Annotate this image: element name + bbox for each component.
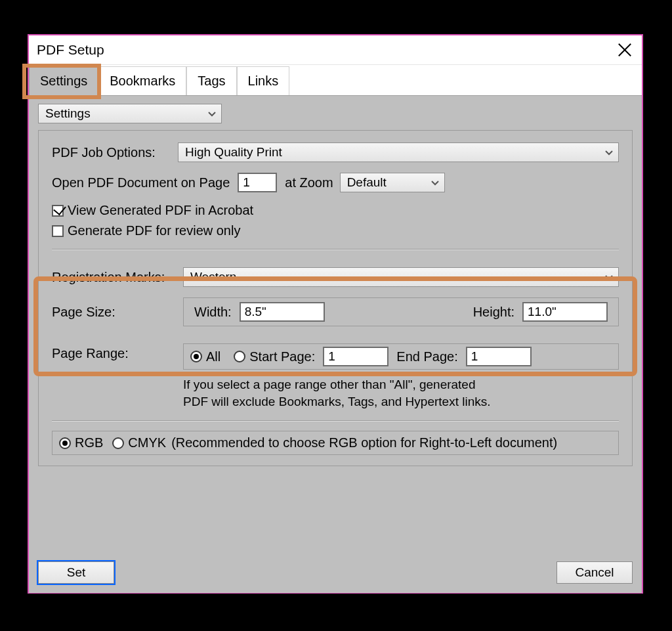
height-input[interactable] <box>522 302 608 322</box>
end-page-input[interactable] <box>466 347 532 366</box>
tab-tags-label: Tags <box>198 74 225 88</box>
radio-icon <box>234 351 245 362</box>
set-button-label: Set <box>67 565 86 580</box>
registration-marks-dropdown[interactable]: Western <box>183 267 619 287</box>
radio-icon <box>190 351 202 362</box>
page-size-label: Page Size: <box>52 305 183 320</box>
divider <box>52 249 619 250</box>
zoom-dropdown[interactable]: Default <box>340 173 445 192</box>
registration-marks-value: Western <box>190 270 236 284</box>
tab-bar: Settings Bookmarks Tags Links <box>29 65 642 96</box>
chevron-down-icon <box>431 181 439 186</box>
tab-bookmarks[interactable]: Bookmarks <box>98 66 186 95</box>
width-label: Width: <box>194 305 232 320</box>
set-button[interactable]: Set <box>38 561 114 584</box>
view-acrobat-label: View Generated PDF in Acrobat <box>68 203 253 218</box>
checkbox-icon <box>52 225 64 237</box>
page-range-all-label: All <box>206 349 220 364</box>
cancel-button-label: Cancel <box>575 565 614 580</box>
chevron-down-icon <box>208 112 216 117</box>
page-range-all-radio[interactable]: All <box>190 349 220 364</box>
radio-icon <box>59 437 71 449</box>
color-cmyk-radio[interactable]: CMYK <box>112 435 166 450</box>
page-range-label: Page Range: <box>52 343 183 361</box>
height-label: Height: <box>473 305 514 320</box>
end-page-label: End Page: <box>396 349 457 364</box>
divider <box>52 420 619 422</box>
generate-review-checkbox[interactable]: Generate PDF for review only <box>52 223 240 238</box>
tab-links-label: Links <box>248 74 279 88</box>
width-input[interactable] <box>240 302 325 322</box>
tab-bookmarks-label: Bookmarks <box>110 74 175 88</box>
pdf-setup-dialog: PDF Setup Settings Bookmarks Tags Links … <box>28 34 643 594</box>
tab-links[interactable]: Links <box>237 66 290 95</box>
dialog-buttons: Set Cancel <box>38 561 633 584</box>
job-options-value: High Quality Print <box>185 145 282 160</box>
start-page-input[interactable] <box>323 347 388 366</box>
chevron-down-icon <box>605 150 613 156</box>
settings-panel: Settings PDF Job Options: High Quality P… <box>29 96 642 475</box>
zoom-label: at Zoom <box>285 175 333 190</box>
close-icon[interactable] <box>616 41 634 59</box>
page-range-note-1: If you select a page range other than "A… <box>183 376 619 393</box>
color-rgb-label: RGB <box>75 435 103 450</box>
tab-settings[interactable]: Settings <box>29 66 98 95</box>
registration-marks-label: Registration Marks: <box>52 270 183 285</box>
job-options-label: PDF Job Options: <box>52 145 178 160</box>
checkbox-icon <box>52 205 64 217</box>
titlebar: PDF Setup <box>29 35 642 65</box>
client-area: Settings Bookmarks Tags Links Settings <box>29 65 642 593</box>
page-range-start-radio[interactable]: Start Page: <box>234 349 315 364</box>
open-page-label: Open PDF Document on Page <box>52 175 230 190</box>
generate-review-label: Generate PDF for review only <box>68 223 240 238</box>
chevron-down-icon <box>605 275 613 280</box>
page-range-note-2: PDF will exclude Bookmarks, Tags, and Hy… <box>183 393 619 410</box>
zoom-value: Default <box>347 175 387 190</box>
settings-content: PDF Job Options: High Quality Print Open… <box>38 130 633 466</box>
settings-category-dropdown[interactable]: Settings <box>38 104 222 123</box>
color-note: (Recommended to choose RGB option for Ri… <box>171 435 557 450</box>
view-acrobat-checkbox[interactable]: View Generated PDF in Acrobat <box>52 203 253 218</box>
cancel-button[interactable]: Cancel <box>556 561 633 584</box>
color-cmyk-label: CMYK <box>128 435 166 450</box>
tab-tags[interactable]: Tags <box>186 66 236 95</box>
start-page-label: Start Page: <box>249 349 315 364</box>
color-rgb-radio[interactable]: RGB <box>59 435 103 450</box>
settings-category-value: Settings <box>45 106 91 121</box>
tab-settings-label: Settings <box>40 74 87 88</box>
open-page-input[interactable] <box>238 173 277 192</box>
radio-icon <box>112 437 124 449</box>
window-title: PDF Setup <box>37 42 616 58</box>
job-options-dropdown[interactable]: High Quality Print <box>178 142 619 162</box>
